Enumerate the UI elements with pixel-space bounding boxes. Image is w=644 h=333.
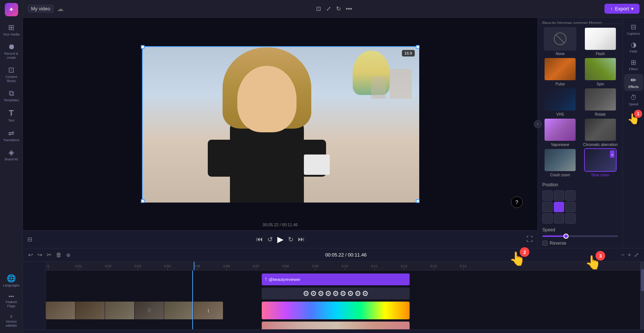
timeline-toolbar: ↩ ↪ ✂ 🗑 ⊕ 00:05.22 / 00:11.46 − + ⤢ — [23, 248, 644, 262]
feature-flags-label: FeatureFlags — [6, 300, 17, 308]
ruler-mark-1: 0:01 — [75, 264, 82, 270]
video-area: 16:9 ? ‹ 00:05.22 / 00:11.46 ⏮ ↺ ▶ ↻ ⏭ ⛶… — [23, 18, 538, 248]
rewind-button[interactable]: ↺ — [267, 235, 273, 244]
delete-button[interactable]: 🗑 — [55, 251, 62, 259]
pos-mr[interactable] — [565, 202, 576, 212]
pos-tl[interactable] — [542, 190, 553, 201]
captions-toggle[interactable]: ⊟ — [27, 236, 32, 243]
ruler-mark-7: 0:07 — [253, 264, 260, 270]
audio-clip[interactable] — [262, 322, 410, 329]
speed-slider[interactable] — [542, 235, 618, 237]
effect-thumb-pulse — [544, 57, 576, 81]
text-clip[interactable]: T @beautyreviewer — [262, 273, 410, 285]
effect-rotate[interactable]: Rotate — [581, 88, 620, 116]
rainbow-clip[interactable] — [262, 302, 410, 319]
playhead[interactable] — [192, 271, 193, 329]
handle-tr[interactable] — [416, 45, 420, 49]
emoji-9: ⚙ — [362, 289, 369, 298]
logo-icon: ✦ — [9, 6, 14, 14]
emoji-clip[interactable]: ⚙ ⚙ ⚙ ⚙ ⚙ ⚙ ⚙ ⚙ ⚙ — [262, 288, 410, 299]
undo-button[interactable]: ↩ — [27, 251, 34, 259]
forward-button[interactable]: ↻ — [288, 235, 294, 244]
skip-to-end-button[interactable]: ⏭ — [298, 235, 305, 243]
effect-pulse[interactable]: Pulse — [541, 57, 580, 86]
expand-timeline-button[interactable]: ⤢ — [633, 251, 640, 259]
effect-chromatic[interactable]: Chromatic aberration — [581, 118, 620, 147]
feature-flags-icon: ••• — [9, 293, 14, 299]
pos-bl[interactable] — [542, 213, 553, 224]
sidebar-item-transitions[interactable]: ⇌ Transitions — [1, 126, 22, 145]
effect-slow-zoom[interactable]: ≡ Slow zoom — [581, 148, 620, 177]
cut-button[interactable]: ✂ — [46, 251, 52, 259]
project-name[interactable]: My video — [27, 4, 54, 13]
add-to-timeline-button[interactable]: ⊕ — [65, 251, 71, 259]
sidebar-item-your-media[interactable]: ⊞ Your media — [1, 21, 22, 39]
rotate-button[interactable]: ↻ — [335, 4, 342, 14]
zoom-in-button[interactable]: + — [627, 251, 632, 259]
handle-bl[interactable] — [141, 199, 145, 203]
pos-br[interactable] — [565, 213, 576, 224]
ruler-mark-11: 0:11 — [371, 264, 378, 270]
brand-label: Brand kit — [5, 157, 18, 162]
sidebar-item-content[interactable]: ⊡ Contentlibrary — [1, 63, 22, 85]
sidebar-item-record[interactable]: ⏺ Record & create — [1, 40, 22, 62]
pos-mc[interactable] — [554, 202, 564, 212]
far-right-effects[interactable]: ✏ Effects — [624, 74, 643, 91]
zoom-out-button[interactable]: − — [620, 251, 625, 259]
fit-button[interactable]: ⤢ — [325, 4, 332, 14]
effect-vaporwave[interactable]: Vaporwave — [541, 118, 580, 147]
sidebar-item-templates[interactable]: ⧉ Templates — [1, 87, 22, 105]
effect-crash-zoom[interactable]: Crash zoom — [541, 148, 580, 177]
video-segment-6: | — [194, 302, 223, 319]
effect-chromatic-label: Chromatic aberration — [583, 143, 617, 147]
effect-spin[interactable]: Spin — [581, 57, 620, 86]
play-button[interactable]: ▶ — [277, 235, 284, 244]
far-right-captions[interactable]: ⊟ Captions — [624, 21, 643, 38]
skip-to-start-button[interactable]: ⏮ — [256, 235, 263, 243]
far-right-filters[interactable]: ⊞ Filters — [624, 56, 643, 73]
reverse-label: Reverse — [550, 241, 566, 246]
far-right-fade[interactable]: ◑ Fade — [624, 38, 643, 55]
sidebar-item-feature-flags[interactable]: ••• FeatureFlags — [1, 291, 22, 310]
emoji-2: ⚙ — [310, 289, 317, 298]
ruler-mark-8: 0:08 — [282, 264, 289, 270]
sidebar-item-text[interactable]: T Text — [1, 106, 22, 125]
sidebar-item-languages[interactable]: 🌐 Languages — [1, 272, 22, 290]
video-segment-1 — [46, 302, 75, 319]
ruler-mark-0: 0 — [47, 264, 49, 270]
pos-tr[interactable] — [565, 190, 576, 201]
emoji-8: ⚙ — [355, 289, 361, 298]
effect-none[interactable]: None — [541, 27, 580, 56]
fullscreen-button[interactable]: ⛶ — [526, 235, 533, 243]
pos-tc[interactable] — [554, 190, 564, 201]
emoji-4: ⚙ — [325, 289, 332, 298]
scroll-indicator[interactable] — [640, 262, 644, 329]
audio-track — [46, 321, 640, 329]
timeline-labels — [23, 262, 46, 329]
redo-button[interactable]: ↪ — [37, 251, 43, 259]
ruler-mark-6: 0:06 — [223, 264, 230, 270]
help-button[interactable]: ? — [511, 196, 523, 208]
far-right-speed[interactable]: ⏱ Speed — [624, 92, 643, 108]
badge-1: 1 — [634, 110, 642, 118]
pos-ml[interactable] — [542, 202, 553, 212]
effect-flash[interactable]: Flash — [581, 27, 620, 56]
main-video-clip[interactable]: ⏸ | — [46, 302, 223, 319]
languages-label: Languages — [3, 283, 20, 288]
ruler-mark-4: 0:04 — [164, 264, 171, 270]
handle-br[interactable] — [416, 199, 420, 203]
effect-vhs[interactable]: VHS — [541, 88, 580, 116]
sidebar-item-version[interactable]: v Versione8b660 — [1, 312, 22, 330]
pos-bc[interactable] — [554, 213, 564, 224]
handle-tl[interactable] — [141, 45, 145, 49]
crop-button[interactable]: ⊡ — [315, 4, 322, 14]
export-button[interactable]: ↑ Export ▾ — [604, 4, 640, 14]
reverse-checkbox[interactable] — [542, 241, 548, 246]
ruler-playhead — [194, 262, 194, 270]
collapse-panel-button[interactable]: ‹ — [534, 120, 542, 128]
bottom-scroll[interactable] — [23, 329, 644, 333]
speed-handle[interactable] — [563, 234, 569, 239]
sidebar-item-brand-kit[interactable]: ◈ Brand kit — [1, 146, 22, 164]
more-button[interactable]: ••• — [345, 4, 354, 14]
face — [237, 66, 296, 132]
